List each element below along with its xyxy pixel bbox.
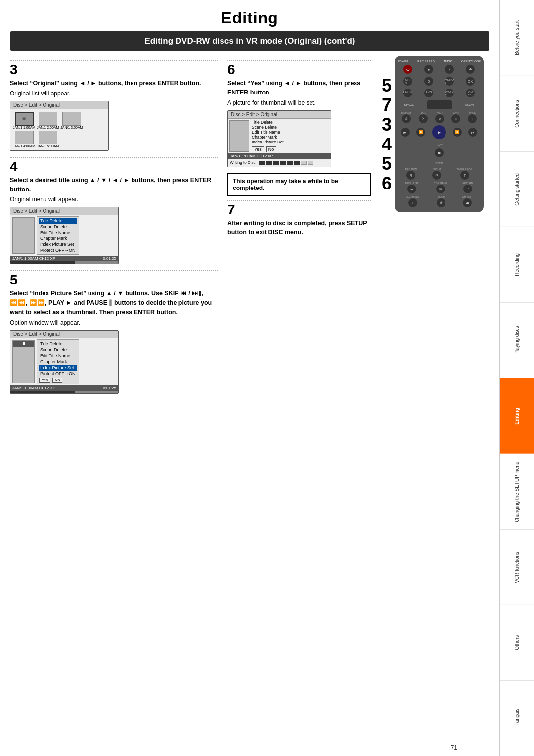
topmenu-button[interactable]: ⊞ xyxy=(436,185,445,193)
topmenu-col: TOP MENU ⊞ xyxy=(434,182,447,193)
dotted-divider-7 xyxy=(227,200,371,201)
operation-text: This operation may take a while to be co… xyxy=(233,178,365,191)
stop-button[interactable]: ⏹ xyxy=(435,148,444,157)
step-5-status: JAN/1 1:00AM CH12 XP 0:01:25 xyxy=(10,385,118,391)
seg-8 xyxy=(308,161,313,165)
step-4-screen-title: Disc > Edit > Original xyxy=(10,207,118,215)
zoom-button[interactable]: ⊕ xyxy=(437,198,445,207)
menu-item-protect: Protect OFF→ON xyxy=(39,247,77,253)
step6-menu-0: Title Delete xyxy=(252,120,284,125)
step5-yes-no: Yes No xyxy=(39,378,77,383)
clearskip-button[interactable]: C xyxy=(408,198,417,207)
step5-menu-item-3: Chapter Mark xyxy=(39,359,77,365)
thumb-cell-5: JAN/1 5:00AM xyxy=(37,131,59,148)
step-5-time: 0:01:25 xyxy=(103,386,116,390)
step-3-header: 3 xyxy=(10,63,218,77)
recmon-button[interactable]: R xyxy=(406,171,415,180)
setup-col: SETUP ⚙ xyxy=(432,168,441,180)
operation-box: This operation may take a while to be co… xyxy=(227,173,371,196)
dvd-button[interactable]: D xyxy=(451,114,460,123)
thumb-cell-3: JAN/1 3:00AM xyxy=(60,112,83,129)
step-6-no-btn[interactable]: No xyxy=(266,146,277,152)
remote-row-display: DISPLAY ⊙ DEL ✕ VCR V DVD xyxy=(398,111,481,123)
audio-label: AUDIO xyxy=(443,60,452,63)
rewind-button[interactable]: ⏪ xyxy=(416,128,425,137)
timerprog-button[interactable]: T xyxy=(460,171,469,180)
step6-menu-2: Edit Title Name xyxy=(252,130,284,135)
play-button[interactable]: ▶ xyxy=(432,125,446,139)
subtitle-bar: Editing DVD-RW discs in VR mode (Origina… xyxy=(10,31,490,51)
step-6-yes-btn[interactable]: Yes xyxy=(252,146,264,152)
sidebar-vcr-functions[interactable]: VCR functions xyxy=(500,529,534,605)
btn-tun[interactable]: TUN8 xyxy=(424,89,433,97)
setup-button[interactable]: ⚙ xyxy=(432,171,441,180)
step-5-section: 5 Select “Index Picture Set” using ▲ / ▼… xyxy=(10,270,218,393)
step-5-progress-inner xyxy=(10,391,75,393)
sidebar-editing[interactable]: Editing xyxy=(500,378,534,454)
sidebar-labels: Before you start Connections Getting sta… xyxy=(500,0,534,756)
step-3-thumb-area: ▣ JAN/1 1:00AM JAN/1 2:00AM xyxy=(11,110,107,149)
page-button[interactable]: ⏸ xyxy=(468,114,477,123)
thumb-cell-4: JAN/1 4:00AM xyxy=(13,131,35,148)
step-4-heading: Select a desired title using ▲ / ▼ / ◄ /… xyxy=(10,177,211,193)
step-4-progress-inner xyxy=(10,261,75,264)
sidebar-francais[interactable]: Français xyxy=(500,680,534,756)
dotted-divider-4 xyxy=(10,157,218,158)
play-label: PLAY xyxy=(436,143,443,146)
btn-fors[interactable]: FOR.S7 xyxy=(403,89,412,97)
step5-yes-btn: Yes xyxy=(39,378,50,383)
step-3-thumb-row1: ▣ JAN/1 1:00AM JAN/1 2:00AM xyxy=(13,112,106,129)
btn-wxyz[interactable]: WXYZ9 xyxy=(445,89,454,97)
step-3-screen-title: Disc > Edit > Original xyxy=(10,101,108,109)
audio-button[interactable]: ♪ xyxy=(445,65,454,74)
stop-label-row: STOP xyxy=(398,158,481,166)
fast-forward-button[interactable]: ⏩ xyxy=(453,128,462,137)
sidebar-getting-started[interactable]: Getting started xyxy=(500,151,534,227)
btn-ghi[interactable]: GHI4 xyxy=(403,77,412,86)
side-num-6: 6 xyxy=(382,174,392,193)
step-5-status-text: JAN/1 1:00AM CH12 XP xyxy=(12,386,55,390)
rec-speed-button[interactable]: ● xyxy=(424,65,433,74)
btn-ok[interactable]: OK xyxy=(466,77,475,86)
vcr-button[interactable]: V xyxy=(435,114,444,123)
step-7-text: After writing to disc is completed, pres… xyxy=(227,219,371,237)
btn-5[interactable]: 5 xyxy=(424,77,433,86)
btn-meno[interactable]: MENO6 xyxy=(445,77,454,86)
space-button[interactable] xyxy=(427,100,452,109)
step-5-heading: Select “Index Picture Set” using ▲ / ▼ b… xyxy=(10,290,212,316)
num-row2: FOR.S7 TUN8 WXYZ9 VIDTV xyxy=(398,89,481,97)
btn-videotv[interactable]: VIDTV xyxy=(466,89,475,97)
display-button[interactable]: ⊙ xyxy=(402,114,411,123)
sidebar-before-you-start[interactable]: Before you start xyxy=(500,0,534,76)
step-5-thumb-image: ⏸ xyxy=(12,340,35,383)
step-4-number: 4 xyxy=(10,160,18,174)
sidebar-recording[interactable]: Recording xyxy=(500,227,534,302)
clearskip-col: CLEAR/SKIP C xyxy=(406,195,420,207)
writing-to-disc: Writing to Disc xyxy=(228,159,331,167)
sidebar-connections[interactable]: Connections xyxy=(500,76,534,151)
content-area: 3 Select “Original” using ◄ / ► buttons,… xyxy=(0,51,499,400)
step-4-status-text: JAN/1 1:00AM CH12 XP xyxy=(12,256,55,261)
step6-menu-1: Scene Delete xyxy=(252,125,284,130)
open-close-button[interactable]: ⏏ xyxy=(466,65,475,74)
cmskip-button[interactable]: ⏭ xyxy=(463,198,472,207)
step-5-text: Select “Index Picture Set” using ▲ / ▼ b… xyxy=(10,289,218,317)
recmon-col: REC MON R xyxy=(405,168,417,180)
return-button[interactable]: ↩ xyxy=(463,185,472,193)
dotted-divider-6 xyxy=(227,60,371,61)
remote-row-playback: ⏮ ⏪ ▶ ⏩ ⏭ xyxy=(398,125,481,139)
next-button[interactable]: ⏭ xyxy=(468,128,477,137)
step-6-number: 6 xyxy=(227,63,235,77)
sidebar-others[interactable]: Others xyxy=(500,605,534,680)
sidebar-changing-setup[interactable]: Changing the SETUP menu xyxy=(500,454,534,529)
right-column: 5 7 3 4 5 6 POWER REC SPEED AUDIO OPEN/C… xyxy=(371,56,490,400)
sidebar-playing-discs[interactable]: Playing discs xyxy=(500,302,534,378)
power-button[interactable]: ⏻ xyxy=(403,65,412,74)
del-button[interactable]: ✕ xyxy=(419,114,428,123)
prev-button[interactable]: ⏮ xyxy=(401,128,410,137)
menulist-button[interactable]: ☰ xyxy=(407,185,416,193)
step-4-header: 4 xyxy=(10,160,218,174)
pause-col: PAGE ⏸ xyxy=(468,111,477,123)
step-7-heading: After writing to disc is completed, pres… xyxy=(227,220,367,236)
seg-2 xyxy=(266,161,272,165)
